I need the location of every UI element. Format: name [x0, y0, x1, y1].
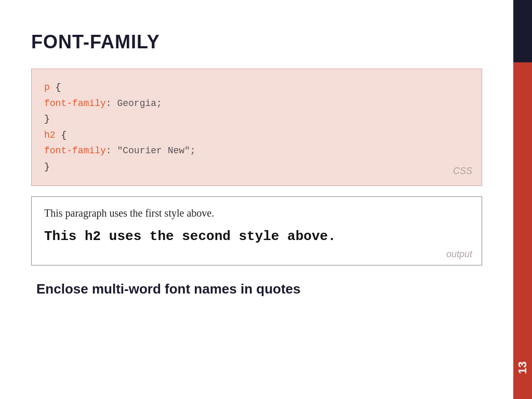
output-h2: This h2 uses the second style above. — [44, 229, 469, 244]
code-line-2: font-family: Georgia; — [44, 96, 469, 112]
code-line-5: font-family: "Courier New"; — [44, 143, 469, 159]
output-block: This paragraph uses the first style abov… — [31, 196, 482, 265]
code-selector-p: p — [44, 82, 50, 92]
code-brace-4: } — [44, 162, 50, 172]
code-selector-h2: h2 — [44, 130, 56, 140]
code-line-4: h2 { — [44, 127, 469, 143]
sidebar-top-dark — [513, 0, 532, 62]
code-value-2: : "Courier New"; — [106, 145, 196, 156]
css-code-block: p { font-family: Georgia; } h2 { font-fa… — [31, 69, 482, 186]
page-title: FONT-FAMILY — [31, 31, 482, 53]
code-line-1: p { — [44, 79, 469, 96]
main-content: FONT-FAMILY p { font-family: Georgia; } … — [0, 0, 513, 399]
code-line-6: } — [44, 159, 469, 175]
code-brace-3: { — [56, 130, 67, 140]
code-property-1: font-family — [44, 98, 106, 109]
code-property-2: font-family — [44, 145, 106, 156]
output-label: output — [446, 249, 472, 260]
code-brace-1: { — [50, 82, 61, 92]
output-paragraph: This paragraph uses the first style abov… — [44, 207, 469, 219]
code-line-3: } — [44, 111, 469, 127]
code-value-1: : Georgia; — [106, 98, 162, 109]
code-brace-2: } — [44, 114, 50, 124]
page-number: 13 — [513, 347, 532, 389]
css-label: CSS — [453, 163, 472, 179]
bottom-note: Enclose multi-word font names in quotes — [31, 281, 482, 297]
